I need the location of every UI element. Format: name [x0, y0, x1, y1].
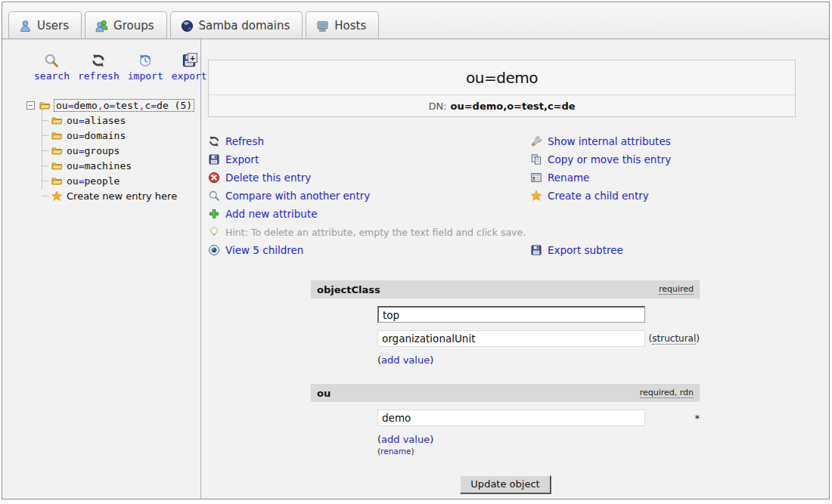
group-icon	[95, 20, 108, 32]
attribute-name: ou	[317, 388, 331, 399]
children-row: View 5 children Export subtree	[208, 241, 796, 259]
tree-item-label: ou=people	[67, 175, 120, 187]
update-object-button[interactable]: Update object	[460, 475, 550, 493]
monitor-icon	[316, 20, 329, 32]
add-value-link[interactable]: (add value)	[377, 434, 700, 445]
dn-value: ou=demo,o=test,c=de	[451, 100, 576, 112]
tab-groups[interactable]: Groups	[85, 11, 166, 39]
tree-item-aliases[interactable]: ou=aliases	[42, 113, 200, 128]
attribute-value-input[interactable]	[377, 306, 645, 323]
attribute-section-objectclass: objectClass required (structural) (add v…	[311, 280, 700, 366]
export-subtree-link[interactable]: Export subtree	[530, 241, 796, 259]
tree-root-label[interactable]: ou=demo,o=test,c=de (5)	[54, 100, 194, 111]
lightbulb-icon	[208, 226, 220, 238]
rename-icon	[530, 172, 542, 184]
view-children-link[interactable]: View 5 children	[208, 241, 530, 259]
add-value-link[interactable]: (add value)	[377, 354, 700, 366]
eye-icon	[208, 244, 220, 256]
attribute-value-input[interactable]	[377, 330, 645, 347]
tree-item-label: ou=domains	[67, 130, 126, 141]
folder-icon	[38, 100, 51, 111]
copy-move-entry-link[interactable]: Copy or move this entry	[530, 150, 796, 169]
delete-entry-link[interactable]: Delete this entry	[208, 169, 530, 187]
entry-dn-row: DN: ou=demo,o=test,c=de	[209, 94, 795, 116]
import-label: import	[128, 70, 163, 82]
hint-row: Hint: To delete an attribute, empty the …	[208, 223, 796, 241]
star-icon	[50, 190, 64, 202]
folder-icon	[50, 160, 64, 172]
refresh-button[interactable]: refresh	[78, 53, 120, 82]
tree-root-item[interactable]: − ou=demo,o=test,c=de (5)	[26, 97, 200, 113]
app-frame: Users Groups Samba domains Hosts + searc…	[2, 2, 830, 499]
tab-label: Groups	[113, 19, 154, 32]
delete-icon	[208, 172, 220, 184]
rename-entry-link[interactable]: Rename	[530, 169, 796, 187]
tree-item-people[interactable]: ou=people	[42, 173, 200, 188]
create-child-entry-link[interactable]: Create a child entry	[530, 187, 796, 205]
compare-entry-link[interactable]: Compare with another entry	[208, 187, 530, 205]
attributes-table: objectClass required (structural) (add v…	[311, 280, 700, 456]
folder-icon	[50, 145, 64, 156]
tree-item-label: ou=groups	[67, 145, 120, 156]
entry-actions: Refresh Export Delete this entry Compare…	[208, 132, 796, 223]
attribute-value-input[interactable]	[377, 410, 645, 426]
compare-icon	[208, 190, 220, 202]
entry-title: ou=demo	[209, 60, 795, 94]
sidebar: + search refresh import export	[2, 39, 201, 499]
actions-left-column: Refresh Export Delete this entry Compare…	[208, 132, 530, 223]
tree-create-entry-item[interactable]: Create new entry here	[42, 188, 200, 203]
import-button[interactable]: import	[128, 53, 163, 82]
tab-samba-domains[interactable]: Samba domains	[170, 11, 303, 39]
globe-icon	[181, 20, 194, 32]
ldap-tree: − ou=demo,o=test,c=de (5) ou=aliases ou=…	[26, 97, 200, 203]
tab-hosts[interactable]: Hosts	[306, 11, 379, 39]
attribute-section-ou: ou required, rdn * (add value) (rename)	[311, 384, 700, 456]
folder-icon	[50, 130, 64, 141]
actions-right-column: Show internal attributes Copy or move th…	[530, 132, 796, 223]
entry-header: ou=demo DN: ou=demo,o=test,c=de	[208, 60, 796, 117]
wrench-icon	[530, 135, 542, 147]
dn-label: DN:	[428, 100, 446, 112]
collapse-icon[interactable]: −	[26, 101, 35, 110]
tab-bar: Users Groups Samba domains Hosts	[2, 2, 829, 39]
export-link[interactable]: Export	[208, 150, 530, 169]
rename-value-link[interactable]: (rename)	[377, 447, 700, 456]
attribute-flags: required	[659, 284, 694, 295]
tree-children: ou=aliases ou=domains ou=groups ou=machi…	[42, 113, 200, 203]
add-attribute-link[interactable]: Add new attribute	[208, 205, 530, 223]
export-label: export	[172, 70, 207, 82]
main-panel: ou=demo DN: ou=demo,o=test,c=de Refresh …	[201, 39, 829, 499]
floppy-icon	[530, 244, 542, 256]
structural-note: (structural)	[649, 333, 700, 344]
tab-label: Users	[37, 19, 69, 32]
refresh-label: refresh	[78, 70, 120, 82]
user-icon	[19, 20, 32, 32]
tree-item-domains[interactable]: ou=domains	[42, 128, 200, 143]
tree-item-machines[interactable]: ou=machines	[42, 158, 200, 173]
search-label: search	[34, 70, 70, 82]
tree-item-groups[interactable]: ou=groups	[42, 143, 200, 158]
sidebar-toolbar: search refresh import export	[34, 53, 200, 82]
floppy-icon	[208, 153, 220, 165]
hint-text: Hint: To delete an attribute, empty the …	[225, 227, 526, 238]
show-internal-attributes-link[interactable]: Show internal attributes	[530, 132, 796, 150]
import-icon	[138, 53, 153, 68]
expand-tree-button[interactable]: +	[188, 53, 197, 63]
attribute-name: objectClass	[317, 284, 380, 295]
attribute-flags: required, rdn	[640, 388, 694, 398]
refresh-icon	[208, 135, 220, 147]
refresh-icon	[91, 53, 106, 68]
refresh-link[interactable]: Refresh	[208, 132, 530, 150]
search-button[interactable]: search	[34, 53, 70, 82]
required-marker: *	[695, 413, 700, 424]
tab-label: Hosts	[334, 19, 366, 32]
tab-users[interactable]: Users	[8, 11, 82, 39]
attribute-header: objectClass required	[311, 280, 700, 298]
folder-icon	[50, 175, 64, 187]
tab-label: Samba domains	[199, 19, 290, 32]
attribute-header: ou required, rdn	[311, 384, 700, 402]
tree-item-label: ou=aliases	[67, 115, 126, 126]
plus-icon	[208, 208, 220, 220]
tree-item-label: ou=machines	[67, 160, 132, 172]
create-entry-label: Create new entry here	[67, 190, 177, 202]
